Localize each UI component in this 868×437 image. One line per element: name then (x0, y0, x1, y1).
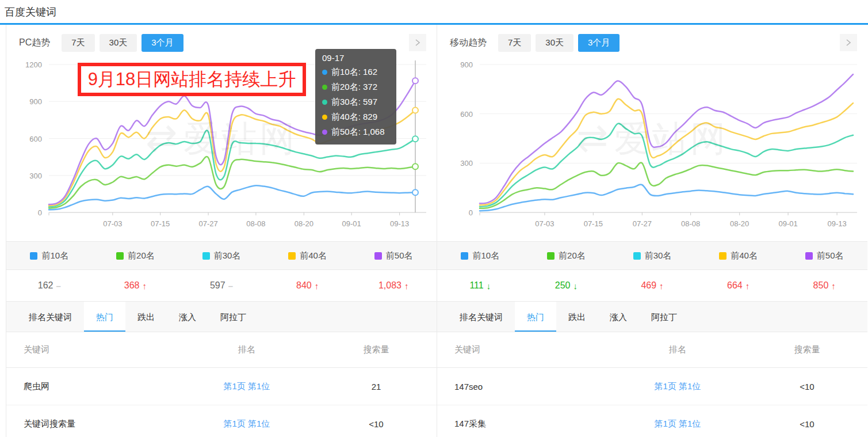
period-tab-7天[interactable]: 7天 (62, 34, 94, 52)
col-header-rank: 排名 (609, 344, 747, 355)
legend-item: 前50名 (781, 242, 867, 269)
page-title: 百度关键词 (0, 0, 868, 23)
col-header-volume: 搜索量 (316, 344, 437, 355)
legend-label: 前10名 (472, 250, 499, 261)
legend-label: 前30名 (214, 250, 241, 261)
table-header: 关键词排名搜索量 (6, 332, 437, 368)
tooltip-item-text: 前30名: 597 (331, 94, 377, 109)
next-chart-button[interactable] (840, 34, 857, 51)
panel-header: 移动趋势7天30天3个月 (437, 25, 867, 56)
legend-swatch-icon (461, 252, 468, 260)
stat-value: 840↑ (265, 270, 351, 301)
stat-number: 111 (469, 280, 483, 291)
legend-label: 前10名 (41, 250, 68, 261)
stat-number: 664 (727, 280, 743, 291)
rank-link[interactable]: 第1页 第1位 (655, 419, 701, 428)
legend-swatch-icon (633, 252, 641, 260)
legend-item: 前20名 (93, 242, 179, 269)
period-tab-3个月[interactable]: 3个月 (142, 34, 183, 52)
arrow-up-icon: ↑ (315, 281, 319, 291)
legend-item: 前30名 (609, 242, 695, 269)
keyword-tab-跌出[interactable]: 跌出 (125, 302, 167, 332)
svg-text:07-27: 07-27 (198, 219, 217, 228)
col-header-keyword: 关键词 (6, 344, 178, 355)
svg-text:09-13: 09-13 (390, 219, 409, 228)
legend-swatch-icon (30, 252, 37, 260)
rank-link[interactable]: 第1页 第1位 (224, 419, 270, 428)
watermark: ⇄爱站网 (146, 115, 297, 163)
stat-value: 664↑ (695, 270, 782, 301)
tooltip-item: 前10名: 162 (322, 64, 389, 79)
keyword-tab-阿拉丁[interactable]: 阿拉丁 (639, 302, 689, 332)
col-header-rank: 排名 (178, 344, 316, 355)
svg-text:09-13: 09-13 (827, 219, 846, 228)
chart-area: ⇄爱站网030060090007-0307-1507-2708-0808-200… (437, 56, 867, 235)
svg-text:0: 0 (38, 208, 42, 217)
tooltip-item-text: 前40名: 829 (331, 109, 377, 124)
legend-label: 前20名 (128, 250, 155, 261)
tooltip-item-text: 前50名: 1,068 (331, 124, 385, 139)
svg-text:300: 300 (460, 159, 473, 168)
col-header-keyword: 关键词 (437, 344, 609, 355)
legend-swatch-icon (805, 252, 813, 260)
stat-number: 850 (813, 280, 829, 291)
stat-value: 850↑ (781, 270, 867, 301)
svg-text:07-15: 07-15 (151, 219, 170, 228)
svg-text:08-20: 08-20 (295, 219, 313, 228)
watermark: ⇄爱站网 (576, 115, 728, 163)
period-tab-30天[interactable]: 30天 (100, 34, 137, 52)
rank-link[interactable]: 第1页 第1位 (655, 381, 701, 391)
period-tabs: 7天30天3个月 (498, 34, 620, 52)
period-tab-3个月[interactable]: 3个月 (578, 34, 620, 52)
keyword-tab-涨入[interactable]: 涨入 (598, 302, 639, 332)
chevron-right-icon (845, 39, 852, 47)
table-row: 147seo第1页 第1位<10 (437, 368, 867, 405)
arrow-down-icon: ↓ (487, 281, 491, 291)
series-dot-icon (322, 85, 327, 90)
period-tab-7天[interactable]: 7天 (498, 34, 531, 52)
stat-value: 368↑ (93, 270, 179, 301)
legend-swatch-icon (116, 252, 124, 260)
series-dot-icon (322, 130, 327, 135)
keyword-tab-跌出[interactable]: 跌出 (556, 302, 598, 332)
chevron-right-icon (414, 39, 421, 47)
keyword-tab-热门[interactable]: 热门 (84, 302, 125, 332)
legend-item: 前10名 (6, 242, 93, 269)
table-row: 关键词搜索量第1页 第1位<10 (6, 405, 437, 437)
legend-label: 前40名 (300, 250, 327, 261)
keyword-tab-涨入[interactable]: 涨入 (167, 302, 208, 332)
svg-text:07-27: 07-27 (633, 219, 652, 228)
legend-swatch-icon (374, 252, 382, 260)
rank-cell: 第1页 第1位 (178, 419, 316, 430)
svg-text:0: 0 (469, 208, 473, 217)
next-chart-button[interactable] (409, 34, 426, 51)
stat-number: 597 (210, 280, 225, 291)
legend-row: 前10名前20名前30名前40名前50名 (6, 241, 437, 270)
keyword-tab-排名关键词[interactable]: 排名关键词 (17, 302, 84, 332)
legend-item: 前40名 (265, 242, 351, 269)
keyword-tab-热门[interactable]: 热门 (515, 302, 556, 332)
stat-number: 840 (296, 280, 312, 291)
arrow-down-icon: ↓ (573, 281, 578, 291)
keyword-tab-排名关键词[interactable]: 排名关键词 (448, 302, 515, 332)
rank-link[interactable]: 第1页 第1位 (224, 381, 270, 391)
legend-swatch-icon (288, 252, 296, 260)
legend-item: 前20名 (523, 242, 610, 269)
watermark-logo-icon: ⇄ (576, 116, 610, 159)
svg-text:08-08: 08-08 (246, 219, 265, 228)
series-dot-icon (322, 100, 327, 105)
dash-icon: – (56, 281, 60, 291)
keyword-tab-阿拉丁[interactable]: 阿拉丁 (208, 302, 258, 332)
volume-cell: <10 (316, 419, 437, 429)
svg-text:600: 600 (460, 110, 473, 119)
svg-text:300: 300 (29, 172, 42, 180)
svg-text:08-20: 08-20 (730, 219, 749, 228)
series-dot-icon (322, 115, 327, 120)
legend-item: 前50名 (350, 242, 437, 269)
stat-value: 597– (178, 270, 265, 301)
keyword-cell: 爬虫网 (6, 381, 178, 392)
stat-number: 368 (124, 280, 140, 291)
volume-cell: <10 (747, 382, 867, 392)
legend-label: 前50名 (817, 250, 844, 261)
period-tab-30天[interactable]: 30天 (536, 34, 573, 52)
